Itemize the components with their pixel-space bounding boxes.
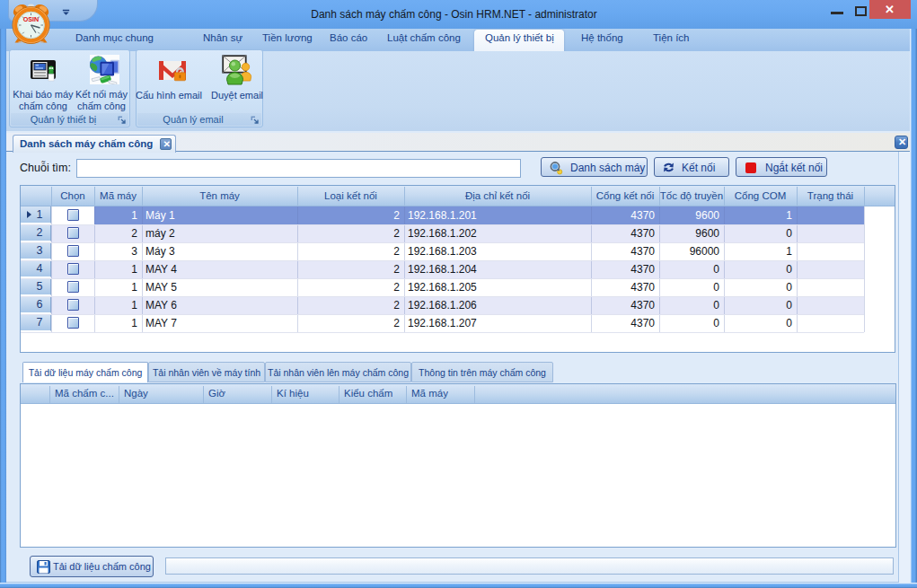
svg-text:OSIN: OSIN (23, 15, 40, 23)
